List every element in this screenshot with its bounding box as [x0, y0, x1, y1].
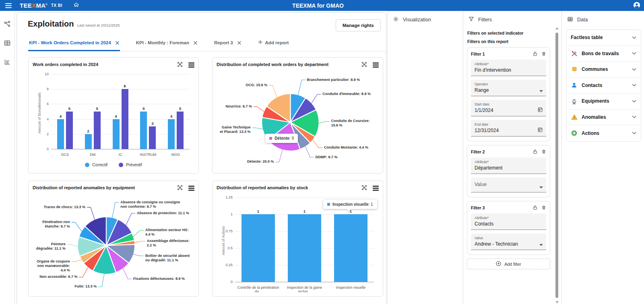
expand-icon[interactable]	[177, 184, 183, 191]
tab-label: KPI - Monthly : Foreman	[136, 40, 189, 45]
bar-Préventif-INSTRUM[interactable]	[149, 126, 156, 149]
chevron-down-icon[interactable]	[632, 52, 636, 55]
data-item-contacts[interactable]: Contacts	[566, 78, 641, 94]
bar-Correctif-DCS[interactable]	[57, 119, 64, 149]
visualization-title: Visualization	[403, 17, 431, 23]
trash-icon[interactable]	[541, 205, 546, 210]
bar-chart-icon[interactable]	[4, 58, 11, 67]
data-item-factless-table[interactable]: Factless table	[566, 30, 641, 46]
data-item-bons-de-travails[interactable]: Bons de travails	[566, 46, 641, 62]
legend-item-Préventif[interactable]: Préventif	[119, 163, 142, 167]
lock-icon[interactable]	[533, 51, 538, 56]
table-icon[interactable]	[4, 39, 11, 48]
bar-Préventif-IC[interactable]	[122, 89, 128, 149]
filter-field-end-date[interactable]: End date 12/31/2024	[471, 120, 546, 136]
chevron-down-icon[interactable]	[632, 100, 636, 103]
pie-slice-label: Conduite de Coursive: 15.6 %	[331, 119, 377, 128]
pie-slice-label: Assemblage défectueux: 2.2 %	[147, 239, 193, 248]
y-tick-label: 2	[34, 132, 49, 136]
trash-icon[interactable]	[541, 149, 546, 154]
chart-card-anomalies-by-equipment: Distribution of reported anomalies by eq…	[28, 180, 199, 297]
add-report-button[interactable]: Add report	[257, 36, 290, 51]
chevron-down-icon[interactable]	[632, 36, 636, 39]
y-tick-label: 0	[34, 147, 49, 151]
bar-Correctif-MOG[interactable]	[168, 119, 175, 149]
pie-slice-label: Absence de consigne ou consigne non conf…	[120, 200, 182, 209]
bar-value-label: 5	[62, 106, 76, 111]
page-title: Exploitation	[28, 19, 74, 29]
bar-Actions-Contrôle de la pénétration da...[interactable]	[242, 214, 275, 282]
legend-item-Correctif[interactable]: Correctif	[85, 163, 107, 167]
trash-icon[interactable]	[541, 51, 546, 56]
filter-card-3: Filter 3 Attribute* ContactsValue Andrew…	[467, 201, 550, 255]
tab-report-3[interactable]: Report 3	[213, 37, 242, 51]
pie-slice-label: Non accessible: 6.7 %	[34, 275, 77, 279]
manage-rights-button[interactable]: Manage rights	[336, 19, 381, 31]
bar-Préventif-DM[interactable]	[94, 112, 101, 149]
chart-menu-icon[interactable]	[188, 184, 194, 191]
chart-menu-icon[interactable]	[373, 61, 379, 68]
filter-field-start-date[interactable]: Start date 1/1/2024	[471, 100, 546, 116]
data-item-equipments[interactable]: Equipments	[566, 93, 641, 110]
filter-field-attribute-[interactable]: Attribute* Contacts	[471, 213, 546, 230]
filter-field-value[interactable]: Value	[471, 178, 546, 192]
filter-field-operator[interactable]: Operator Range	[471, 80, 546, 96]
tab-close-icon[interactable]	[116, 41, 119, 45]
expand-icon[interactable]	[361, 184, 367, 191]
expand-icon[interactable]	[177, 61, 183, 68]
chart-title: Distribution of completed work orders by…	[217, 61, 361, 67]
bar-Correctif-DM[interactable]	[85, 134, 92, 149]
account-icon[interactable]	[633, 2, 640, 10]
pie-slice-label: Absence de protection: 11.1 %	[137, 211, 193, 215]
pie-slice-label: Traces de chocs: 13.3 %	[34, 205, 85, 209]
bar-Préventif-DCS[interactable]	[66, 112, 73, 149]
field-label: Operator	[475, 82, 543, 86]
data-item-anomalies[interactable]: Anomalies	[566, 110, 641, 126]
home-icon[interactable]	[73, 1, 80, 10]
workflow-icon[interactable]	[4, 21, 11, 29]
chevron-down-icon[interactable]	[632, 84, 636, 87]
dropdown-arrow-icon[interactable]	[539, 186, 543, 188]
lock-icon[interactable]	[533, 205, 538, 210]
expand-icon[interactable]	[361, 61, 367, 68]
person-icon	[571, 82, 578, 88]
data-item-label: Bons de travails	[582, 51, 619, 56]
filter-field-attribute-[interactable]: Attribute* Fin d'intervention	[471, 60, 546, 76]
pie-slice-label: Organe de coupure non manœuvrable: 4.4 %	[34, 259, 70, 273]
filter-field-attribute-[interactable]: Attribute* Département	[471, 157, 546, 174]
bar-value-label: 3	[145, 121, 160, 126]
lock-icon[interactable]	[533, 149, 538, 154]
tab-report-2[interactable]: KPI - Monthly : Foreman	[135, 37, 198, 51]
dropdown-arrow-icon[interactable]	[539, 244, 543, 246]
filter-field-value[interactable]: Value Andrew - Technician	[471, 234, 546, 250]
chevron-down-icon[interactable]	[632, 68, 636, 71]
calendar-icon[interactable]	[537, 127, 543, 132]
tab-close-icon[interactable]	[194, 41, 197, 45]
data-item-label: Anomalies	[582, 114, 606, 120]
bar-Correctif-IC[interactable]	[113, 119, 120, 149]
hamburger-menu-icon[interactable]	[5, 3, 12, 8]
chart-title: Work orders completed in 2024	[33, 61, 177, 67]
tab-report-1[interactable]: KPI - Work Orders Completed in 2024	[28, 37, 120, 51]
calendar-icon[interactable]	[537, 107, 543, 112]
y-tick-label: 0	[218, 280, 233, 284]
bar-value-label: 5	[136, 106, 151, 111]
chart-legend: CorrectifPréventif	[33, 163, 194, 167]
bar-Correctif-INSTRUM[interactable]	[140, 112, 147, 149]
dropdown-arrow-icon[interactable]	[539, 90, 543, 92]
chevron-down-icon[interactable]	[632, 132, 636, 134]
chart-menu-icon[interactable]	[373, 184, 379, 191]
bar-Actions-Inspection visuelle[interactable]	[334, 214, 367, 282]
chevron-down-icon[interactable]	[632, 116, 636, 118]
data-item-actions[interactable]: Actions	[566, 125, 641, 141]
bar-value-label: 5	[173, 106, 188, 111]
bar-Préventif-MOG[interactable]	[177, 112, 184, 149]
chart-menu-icon[interactable]	[188, 61, 194, 68]
x-category-label: Contrôle de la pénétration da...	[235, 285, 281, 292]
bar-Actions-Inspection de la gaine techni...[interactable]	[288, 214, 321, 282]
filters-scrollbar[interactable]	[555, 27, 559, 303]
tab-close-icon[interactable]	[237, 41, 241, 45]
x-category-label: DCS	[51, 153, 79, 157]
add-filter-button[interactable]: Add filter	[467, 259, 550, 269]
data-item-communes[interactable]: Communes	[566, 62, 641, 78]
